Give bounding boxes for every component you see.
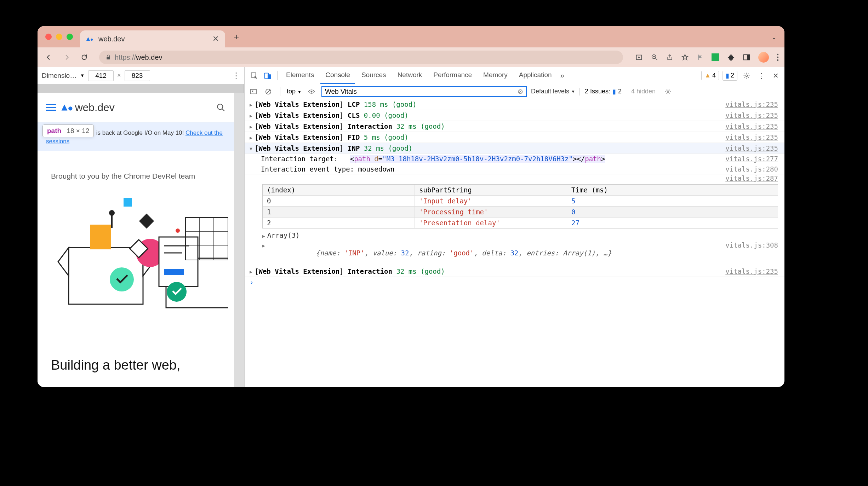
height-input[interactable] bbox=[125, 70, 150, 81]
tab-performance[interactable]: Performance bbox=[428, 67, 477, 84]
devtools-more-icon[interactable]: ⋮ bbox=[756, 70, 767, 81]
chevron-down-icon[interactable]: ⌄ bbox=[771, 34, 777, 41]
mobile-viewport[interactable]: web.dev path 18 × 12 The Chrome team is … bbox=[38, 93, 234, 387]
sidepanel-icon[interactable] bbox=[743, 53, 750, 61]
source-link[interactable]: vitals.js:235 bbox=[725, 133, 778, 141]
new-tab-button[interactable]: + bbox=[230, 31, 242, 42]
source-link[interactable]: vitals.js:235 bbox=[725, 144, 778, 152]
expand-icon[interactable]: ▶ bbox=[250, 124, 255, 129]
url-box[interactable]: https://web.dev bbox=[99, 51, 623, 64]
source-link[interactable]: vitals.js:235 bbox=[725, 122, 778, 130]
svg-rect-17 bbox=[139, 213, 154, 228]
expand-icon[interactable]: ▶ bbox=[250, 113, 255, 118]
profile-avatar[interactable] bbox=[758, 52, 769, 63]
console-row[interactable]: ▶ [Web Vitals Extension] Interaction 32 … bbox=[245, 266, 784, 277]
svg-point-40 bbox=[667, 91, 669, 92]
svg-point-18 bbox=[110, 267, 134, 291]
site-logo[interactable]: web.dev bbox=[61, 102, 115, 114]
element-tooltip: path 18 × 12 bbox=[42, 125, 94, 137]
source-link[interactable]: vitals.js:308 bbox=[725, 241, 778, 265]
tab-close-icon[interactable]: ✕ bbox=[212, 34, 219, 44]
console-sidebar-toggle-icon[interactable] bbox=[248, 87, 259, 96]
console-row-expanded[interactable]: ▼ [Web Vitals Extension] INP 32 ms (good… bbox=[245, 143, 784, 154]
collapse-icon[interactable]: ▼ bbox=[250, 146, 255, 151]
devtools-settings-icon[interactable] bbox=[741, 71, 752, 81]
source-link[interactable]: vitals.js:280 bbox=[725, 165, 778, 173]
tab-network[interactable]: Network bbox=[393, 67, 427, 84]
source-link[interactable]: vitals.js:235 bbox=[725, 100, 778, 108]
tab-favicon-icon bbox=[85, 34, 95, 44]
svg-rect-34 bbox=[268, 74, 271, 79]
tab-sources[interactable]: Sources bbox=[356, 67, 391, 84]
table-row: 2 'Presentation delay' 27 bbox=[263, 218, 778, 228]
warnings-badge[interactable]: ▲4 bbox=[701, 71, 719, 80]
back-button[interactable] bbox=[43, 52, 55, 63]
minimize-window-button[interactable] bbox=[56, 34, 62, 40]
zoom-icon[interactable] bbox=[651, 53, 658, 61]
console-settings-icon[interactable] bbox=[663, 87, 673, 96]
source-link[interactable]: vitals.js:235 bbox=[725, 267, 778, 275]
info-badge[interactable]: ▮2 bbox=[723, 71, 737, 81]
expand-icon[interactable]: ▶ bbox=[250, 102, 255, 108]
console-row[interactable]: ▶ [Web Vitals Extension] CLS 0.00 (good)… bbox=[245, 110, 784, 121]
context-selector[interactable]: top ▼ bbox=[287, 88, 302, 95]
svg-point-0 bbox=[91, 39, 93, 41]
table-row: 1 'Processing time' 0 bbox=[263, 207, 778, 218]
tab-console[interactable]: Console bbox=[320, 67, 355, 84]
reload-button[interactable] bbox=[79, 52, 90, 63]
issues-indicator[interactable]: 2 Issues: ▮2 bbox=[579, 88, 622, 96]
console-row[interactable]: ▶ [Web Vitals Extension] LCP 158 ms (goo… bbox=[245, 99, 784, 110]
array-summary[interactable]: ▶Array(3) bbox=[245, 231, 784, 240]
object-summary-row[interactable]: ▶ {name: 'INP', value: 32, rating: 'good… bbox=[245, 240, 784, 266]
width-input[interactable] bbox=[88, 70, 114, 81]
traffic-lights bbox=[45, 34, 73, 40]
source-link[interactable]: vitals.js:287 bbox=[725, 174, 778, 182]
extension-square-icon[interactable] bbox=[712, 53, 719, 61]
inspect-element-icon[interactable] bbox=[248, 70, 260, 81]
dimensions-x: × bbox=[117, 72, 121, 79]
clear-console-icon[interactable] bbox=[263, 87, 274, 96]
devtools-close-icon[interactable]: ✕ bbox=[771, 70, 781, 81]
console-prompt[interactable]: › bbox=[245, 277, 784, 288]
hamburger-icon[interactable] bbox=[46, 104, 56, 111]
svg-rect-14 bbox=[124, 198, 132, 207]
search-icon[interactable] bbox=[216, 103, 225, 112]
share-icon[interactable] bbox=[666, 53, 673, 61]
device-toolbar: Dimensio… ▼ × ⋮ bbox=[38, 67, 244, 84]
source-link[interactable]: vitals.js:277 bbox=[725, 155, 778, 163]
live-expression-icon[interactable] bbox=[306, 87, 317, 97]
svg-line-38 bbox=[267, 89, 270, 93]
clear-filter-icon[interactable]: ⊗ bbox=[518, 87, 523, 96]
table-header: (index) subPartString Time (ms) bbox=[263, 185, 778, 196]
install-app-icon[interactable] bbox=[635, 53, 643, 61]
console-row[interactable]: ▶ [Web Vitals Extension] Interaction 32 … bbox=[245, 121, 784, 132]
device-toolbar-more-icon[interactable]: ⋮ bbox=[232, 71, 240, 80]
close-window-button[interactable] bbox=[45, 34, 52, 40]
expand-icon[interactable]: ▶ bbox=[250, 269, 255, 274]
source-link[interactable]: vitals.js:235 bbox=[725, 111, 778, 119]
brought-by-text: Brought to you by the Chrome DevRel team bbox=[38, 151, 234, 184]
expand-icon[interactable]: ▶ bbox=[250, 135, 255, 140]
address-bar: https://web.dev bbox=[38, 47, 784, 67]
hidden-count[interactable]: 4 hidden bbox=[626, 88, 656, 95]
browser-tab[interactable]: web.dev ✕ bbox=[80, 30, 225, 47]
maximize-window-button[interactable] bbox=[67, 34, 73, 40]
tab-memory[interactable]: Memory bbox=[478, 67, 513, 84]
browser-menu-icon[interactable] bbox=[777, 53, 779, 61]
dimensions-dropdown-icon[interactable]: ▼ bbox=[80, 73, 85, 78]
tab-elements[interactable]: Elements bbox=[281, 67, 319, 84]
log-levels-selector[interactable]: Default levels ▼ bbox=[531, 88, 575, 95]
console-filter-input[interactable]: ⊗ bbox=[321, 86, 527, 97]
tab-application[interactable]: Application bbox=[514, 67, 557, 84]
device-toggle-icon[interactable] bbox=[262, 70, 274, 81]
extensions-puzzle-icon[interactable] bbox=[727, 53, 735, 61]
svg-point-8 bbox=[217, 104, 223, 109]
forward-button[interactable] bbox=[61, 52, 72, 63]
url-text: https://web.dev bbox=[115, 53, 162, 62]
more-tabs-icon[interactable]: » bbox=[558, 70, 566, 81]
flag-icon[interactable] bbox=[697, 53, 704, 61]
bookmark-star-icon[interactable] bbox=[681, 53, 689, 61]
console-row[interactable]: ▶ [Web Vitals Extension] FID 5 ms (good)… bbox=[245, 132, 784, 143]
svg-rect-23 bbox=[164, 269, 184, 275]
devtools-panel: Elements Console Sources Network Perform… bbox=[245, 67, 784, 387]
